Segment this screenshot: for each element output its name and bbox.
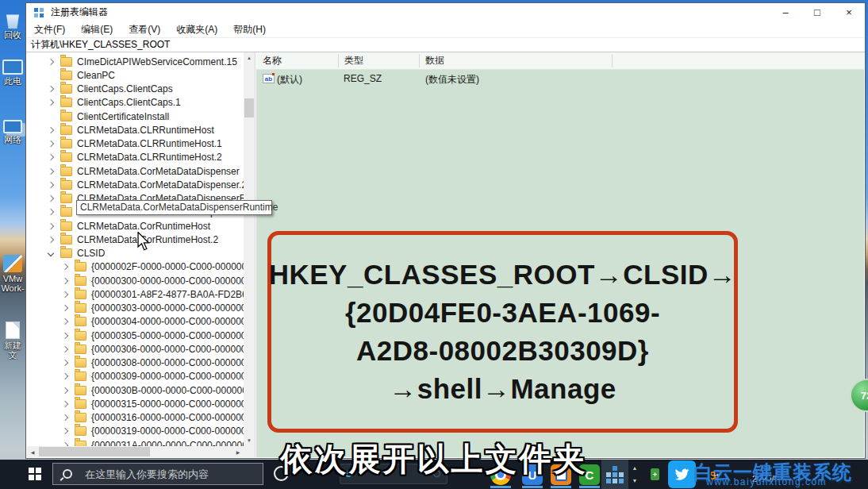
- tree-item-label: {00000319-0000-0000-C000-00000000: [91, 425, 244, 437]
- tree-item[interactable]: CLRMetaData.CorRuntimeHost.2: [27, 233, 244, 246]
- menu-item-1[interactable]: 编辑(E): [81, 23, 113, 37]
- tree-item[interactable]: CImeDictAPIWebServiceComment.15: [27, 55, 244, 68]
- scroll-up-icon[interactable]: ▲: [244, 52, 255, 64]
- chevron-right-icon[interactable]: [62, 346, 68, 352]
- folder-icon: [60, 180, 72, 190]
- chevron-right-icon[interactable]: [48, 222, 54, 229]
- menu-item-0[interactable]: 文件(F): [34, 23, 65, 37]
- tree-item[interactable]: {00000306-0000-0000-C000-00000000: [27, 342, 244, 356]
- tree-item[interactable]: {00000309-0000-0000-C000-00000000: [27, 370, 244, 383]
- tree-item-label: {00000315-0000-0000-C000-00000000: [91, 399, 244, 410]
- folder-icon: [75, 345, 86, 354]
- tree-item[interactable]: {0000030B-0000-0000-C000-0000000: [27, 383, 244, 397]
- tree-item[interactable]: {00000304-0000-0000-C000-00000000: [27, 315, 244, 329]
- desktop-icon-new-document[interactable]: 新建文: [1, 315, 25, 360]
- chevron-right-icon[interactable]: [48, 209, 54, 215]
- tree-item[interactable]: ClientCaps.ClientCaps.1: [27, 96, 244, 110]
- chevron-right-icon[interactable]: [62, 360, 68, 366]
- folder-icon: [60, 235, 72, 244]
- chevron-right-icon[interactable]: [62, 305, 68, 311]
- chevron-right-icon[interactable]: [62, 264, 68, 270]
- this-pc-icon: [2, 60, 23, 75]
- column-name[interactable]: 名称: [256, 52, 338, 69]
- chevron-right-icon[interactable]: [62, 277, 68, 283]
- desktop-icon-network[interactable]: 网络: [1, 110, 25, 144]
- chevron-right-icon[interactable]: [48, 141, 54, 147]
- tree-item[interactable]: CLRMetaData.CorRuntimeHost: [27, 219, 244, 233]
- chevron-right-icon[interactable]: [48, 237, 54, 243]
- chevron-right-icon[interactable]: [48, 154, 54, 160]
- tree-item[interactable]: CLRMetaData.CorMetaDataDispenser.2: [27, 178, 244, 191]
- menu-item-4[interactable]: 帮助(H): [233, 23, 266, 37]
- folder-icon: [75, 399, 86, 409]
- column-type[interactable]: 类型: [338, 52, 419, 69]
- tree-item[interactable]: ClientCaps.ClientCaps: [27, 83, 244, 96]
- tree-item-label: CLRMetaData.CLRRuntimeHost.1: [77, 138, 222, 149]
- tree-item[interactable]: {00000300-0000-0000-C000-00000000: [27, 274, 244, 287]
- column-divider[interactable]: [419, 54, 420, 67]
- tree-item[interactable]: {00000301-A8F2-4877-BA0A-FD2B6645: [27, 287, 244, 301]
- tree-item[interactable]: {00000303-0000-0000-C000-00000000: [27, 302, 244, 315]
- chevron-right-icon[interactable]: [62, 387, 68, 393]
- chevron-right-icon[interactable]: [62, 414, 68, 421]
- tree-item[interactable]: {00000315-0000-0000-C000-00000000: [27, 397, 244, 410]
- tree-item[interactable]: ClientCertificateInstall: [27, 110, 244, 123]
- menu-bar: 文件(F)编辑(E)查看(V)收藏夹(A)帮助(H): [26, 21, 865, 37]
- tree-item[interactable]: {0000002F-0000-0000-C000-000000000: [27, 260, 244, 274]
- chevron-right-icon[interactable]: [62, 318, 68, 325]
- chevron-right-icon[interactable]: [48, 127, 54, 133]
- tree-item[interactable]: {00000305-0000-0000-C000-00000000: [27, 329, 244, 342]
- tree-item[interactable]: CleanPC: [27, 68, 244, 82]
- column-data[interactable]: 数据: [419, 52, 612, 69]
- tree-item[interactable]: {00000308-0000-0000-C000-00000000: [27, 356, 244, 370]
- chevron-right-icon[interactable]: [62, 373, 68, 379]
- desktop-icon-vmware-workstation[interactable]: VMw Work-: [1, 248, 25, 293]
- folder-icon: [75, 372, 86, 381]
- menu-item-2[interactable]: 查看(V): [129, 23, 160, 37]
- network-icon: [3, 120, 22, 133]
- folder-icon: [75, 358, 86, 368]
- chevron-right-icon[interactable]: [48, 167, 54, 174]
- desktop-icon-recycle-bin[interactable]: 回收: [1, 5, 25, 40]
- desktop-icon-label: 回收: [1, 30, 25, 40]
- value-row[interactable]: ab (默认) REG_SZ (数值未设置): [256, 72, 864, 87]
- vertical-scroll-thumb[interactable]: [244, 98, 254, 117]
- tree-item[interactable]: CLSID: [27, 247, 244, 260]
- address-bar[interactable]: 计算机\HKEY_CLASSES_ROOT: [26, 37, 865, 52]
- chevron-right-icon[interactable]: [48, 58, 54, 64]
- tree-rows: CImeDictAPIWebServiceComment.15CleanPCCl…: [27, 55, 244, 446]
- close-button[interactable]: ×: [833, 3, 865, 21]
- registry-app-icon: [34, 8, 38, 12]
- chevron-right-icon[interactable]: [62, 332, 68, 338]
- tree-item[interactable]: CLRMetaData.CorMetaDataDispenser: [27, 164, 244, 178]
- new-document-icon: [6, 322, 20, 339]
- tree-item[interactable]: CLRMetaData.CLRRuntimeHost: [27, 123, 244, 137]
- tree-item[interactable]: CLRMetaData.CLRRuntimeHost.2: [27, 151, 244, 164]
- desktop-screen: 回收此电网络VMw Work-新建文 注册表编辑器 – □ × 文件(F)编辑(…: [0, 0, 868, 489]
- menu-item-3[interactable]: 收藏夹(A): [176, 23, 217, 37]
- maximize-button[interactable]: □: [801, 3, 833, 21]
- tree-item-label: ClientCaps.ClientCaps: [77, 83, 173, 94]
- window-title: 注册表编辑器: [51, 6, 108, 19]
- chevron-right-icon[interactable]: [48, 86, 54, 92]
- tree-item[interactable]: {00000319-0000-0000-C000-00000000: [27, 425, 244, 438]
- tree-item[interactable]: CLRMetaData.CLRRuntimeHost.1: [27, 137, 244, 151]
- chevron-right-icon[interactable]: [48, 182, 54, 188]
- tree-item[interactable]: {00000316-0000-0000-C000-00000000: [27, 411, 244, 425]
- tree-vertical-scrollbar[interactable]: ▲ ▼: [244, 52, 255, 446]
- callout-line: →shell→Manage: [389, 373, 616, 405]
- running-app-indicator: [579, 486, 600, 488]
- column-divider[interactable]: [612, 54, 613, 67]
- chevron-down-icon[interactable]: [48, 250, 54, 256]
- column-divider[interactable]: [338, 54, 339, 67]
- chevron-right-icon[interactable]: [48, 195, 54, 202]
- tree-item-label: {00000304-0000-0000-C000-00000000: [91, 316, 244, 327]
- chevron-right-icon[interactable]: [62, 428, 68, 434]
- chevron-right-icon[interactable]: [62, 291, 68, 298]
- tree-item-label: {00000316-0000-0000-C000-00000000: [91, 412, 244, 423]
- recycle-bin-icon: [6, 13, 19, 29]
- chevron-right-icon[interactable]: [62, 401, 68, 407]
- minimize-button[interactable]: –: [770, 3, 801, 21]
- chevron-right-icon[interactable]: [48, 99, 54, 106]
- desktop-icon-this-pc[interactable]: 此电: [1, 51, 25, 86]
